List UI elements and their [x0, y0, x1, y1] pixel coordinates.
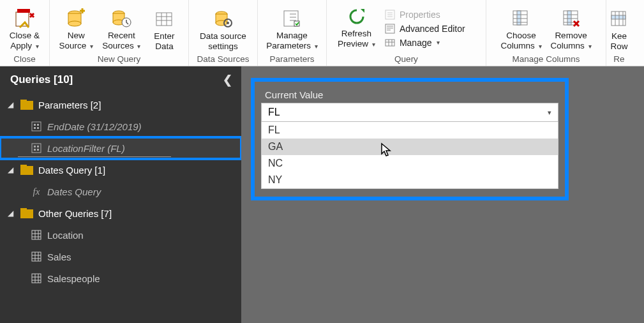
- svg-rect-39: [517, 11, 521, 25]
- option-label: GA: [268, 141, 283, 152]
- svg-rect-53: [20, 101, 33, 110]
- ribbon-group-reducerows: Kee Row Re: [606, 0, 632, 66]
- data-source-settings-icon: [212, 8, 234, 30]
- group-dates-query[interactable]: ◢ Dates Query [1]: [0, 159, 241, 181]
- group-other-queries[interactable]: ◢ Other Queries [7]: [0, 202, 241, 224]
- advanced-editor-label: Advanced Editor: [400, 24, 465, 34]
- main-panel: Current Value FL ▾ FL GA NC NY: [241, 66, 644, 323]
- current-value-label: Current Value: [265, 89, 558, 100]
- svg-point-17: [227, 22, 229, 24]
- group-title-parameters: Parameters: [262, 53, 322, 66]
- query-label: Location: [47, 230, 84, 241]
- chevron-down-icon: ◢: [8, 100, 15, 109]
- svg-rect-79: [32, 274, 41, 283]
- folder-icon: [20, 165, 33, 175]
- manage-button[interactable]: Manage▾: [382, 36, 477, 49]
- table-icon: [31, 230, 42, 240]
- close-apply-icon: [14, 8, 36, 29]
- query-sales[interactable]: Sales: [0, 246, 241, 267]
- ribbon-group-datasources: Data source settings Data Sources: [189, 0, 258, 66]
- svg-rect-30: [386, 24, 394, 33]
- svg-rect-61: [34, 146, 36, 147]
- svg-rect-65: [20, 166, 33, 175]
- recent-sources-icon: [110, 8, 132, 29]
- refresh-preview-label: Refresh Preview ▾: [338, 29, 375, 50]
- remove-columns-button[interactable]: Remove Columns ▾: [548, 6, 594, 53]
- new-source-button[interactable]: New Source ▾: [57, 6, 96, 53]
- svg-rect-69: [32, 230, 41, 239]
- refresh-preview-button[interactable]: Refresh Preview ▾: [335, 4, 378, 51]
- manage-parameters-button[interactable]: Manage Parameters ▾: [264, 6, 320, 53]
- query-label: Sales: [47, 252, 71, 262]
- keep-rows-button[interactable]: Kee Row: [606, 7, 632, 53]
- close-apply-label: Close & Apply ▾: [10, 31, 40, 52]
- advanced-editor-button[interactable]: Advanced Editor: [382, 22, 477, 35]
- group-parameters[interactable]: ◢ Parameters [2]: [0, 94, 241, 116]
- option-fl[interactable]: FL: [262, 122, 558, 139]
- parameter-icon: [31, 121, 42, 131]
- chevron-down-icon: ▾: [548, 109, 551, 117]
- svg-rect-57: [37, 124, 39, 126]
- svg-rect-67: [20, 209, 33, 218]
- ribbon: Close & Apply ▾ Close New Source ▾ Recen…: [0, 0, 644, 66]
- svg-rect-63: [34, 149, 36, 151]
- svg-rect-55: [32, 122, 41, 131]
- svg-rect-44: [567, 11, 571, 25]
- svg-rect-58: [34, 127, 36, 129]
- parameter-panel-highlight: Current Value FL ▾ FL GA NC NY: [251, 78, 569, 200]
- refresh-preview-icon: [346, 6, 368, 27]
- query-label: LocationFilter (FL): [47, 143, 125, 154]
- sidebar-header: Queries [10] ❮: [0, 66, 241, 93]
- query-dates[interactable]: fx Dates Query: [0, 181, 241, 202]
- current-value-select[interactable]: FL ▾: [261, 103, 558, 122]
- svg-rect-74: [32, 252, 41, 261]
- remove-columns-label: Remove Columns ▾: [551, 31, 592, 52]
- properties-icon: [384, 9, 396, 20]
- advanced-editor-icon: [384, 23, 396, 34]
- group-title-datasources: Data Sources: [193, 53, 253, 66]
- svg-rect-49: [611, 15, 625, 19]
- query-locationfilter[interactable]: LocationFilter (FL): [0, 137, 241, 159]
- option-nc[interactable]: NC: [262, 155, 558, 172]
- group-title-query: Query: [331, 53, 482, 66]
- table-icon: [31, 273, 42, 283]
- queries-sidebar: Queries [10] ❮ ◢ Parameters [2] EndDate …: [0, 66, 241, 323]
- svg-rect-64: [37, 149, 39, 151]
- enter-data-button[interactable]: Enter Data: [147, 7, 181, 53]
- query-location[interactable]: Location: [0, 224, 241, 246]
- collapse-sidebar-button[interactable]: ❮: [223, 73, 232, 87]
- body: Queries [10] ❮ ◢ Parameters [2] EndDate …: [0, 66, 644, 323]
- group-title-managecols: Manage Columns: [490, 53, 602, 66]
- recent-sources-button[interactable]: Recent Sources ▾: [100, 6, 143, 53]
- query-label: Salespeople: [47, 273, 100, 284]
- properties-button[interactable]: Properties: [382, 8, 477, 21]
- ribbon-group-close: Close & Apply ▾ Close: [0, 0, 50, 66]
- group-title-close: Close: [4, 53, 45, 66]
- query-salespeople[interactable]: Salespeople: [0, 267, 241, 289]
- remove-columns-icon: [560, 8, 582, 29]
- svg-rect-56: [34, 124, 36, 126]
- svg-point-3: [68, 21, 81, 26]
- enter-data-icon: [153, 8, 175, 30]
- new-source-label: New Source ▾: [59, 31, 94, 52]
- group-label: Parameters [2]: [38, 100, 101, 110]
- choose-columns-button[interactable]: Choose Columns ▾: [498, 6, 544, 53]
- choose-columns-label: Choose Columns ▾: [500, 31, 541, 52]
- option-ny[interactable]: NY: [262, 172, 558, 188]
- ribbon-group-managecols: Choose Columns ▾ Remove Columns ▾ Manage…: [486, 0, 606, 66]
- option-ga[interactable]: GA: [262, 139, 558, 155]
- query-enddate[interactable]: EndDate (31/12/2019): [0, 116, 241, 137]
- data-source-settings-button[interactable]: Data source settings: [197, 7, 249, 53]
- close-apply-button[interactable]: Close & Apply ▾: [7, 6, 42, 53]
- data-source-settings-label: Data source settings: [200, 31, 246, 52]
- keep-rows-label: Kee Row: [610, 31, 627, 52]
- folder-icon: [20, 208, 33, 218]
- manage-parameters-label: Manage Parameters ▾: [266, 31, 318, 52]
- svg-rect-59: [37, 127, 39, 129]
- svg-rect-54: [20, 100, 27, 102]
- svg-rect-8: [156, 13, 172, 26]
- manage-label: Manage: [400, 38, 432, 48]
- selection-underline: [18, 156, 171, 157]
- current-value-text: FL: [268, 107, 280, 118]
- current-value-options: FL GA NC NY: [261, 122, 558, 189]
